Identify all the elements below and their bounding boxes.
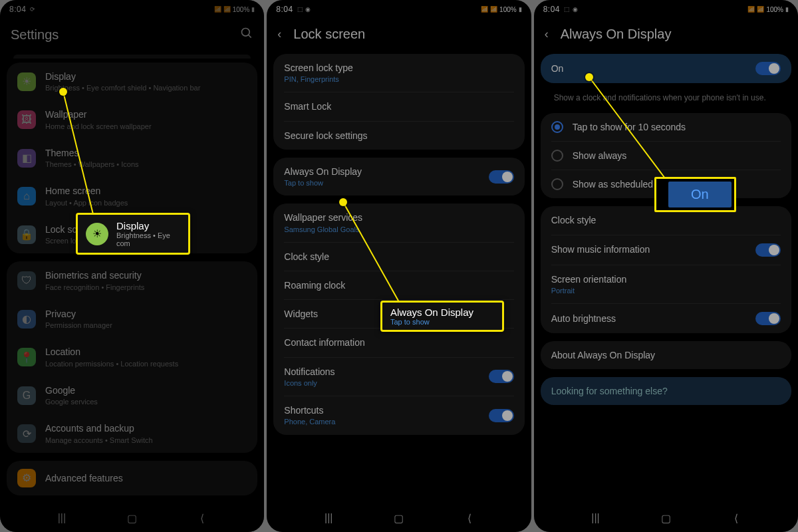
aod-on-row[interactable]: On bbox=[541, 54, 791, 83]
page-title: Lock screen bbox=[293, 27, 365, 42]
radio-icon bbox=[551, 178, 563, 190]
callout-aod-sub: Tap to show bbox=[390, 318, 473, 326]
status-time: 8:04 bbox=[9, 5, 26, 14]
nav-recent-icon[interactable]: ||| bbox=[321, 511, 336, 525]
page-title: Settings bbox=[11, 27, 59, 43]
settings-item-advanced[interactable]: ⚙ Advanced features bbox=[7, 461, 257, 495]
shield-icon: 🛡 bbox=[17, 271, 36, 290]
item-roaming-clock[interactable]: Roaming clock bbox=[273, 271, 524, 299]
radio-show-always[interactable]: Show always bbox=[541, 142, 791, 170]
settings-group-2: 🛡 Biometrics and securityFace recognitio… bbox=[7, 261, 257, 452]
title-bar: Settings bbox=[0, 16, 264, 55]
nav-home-icon[interactable]: ▢ bbox=[392, 511, 406, 525]
settings-item-google[interactable]: G GoogleGoogle services bbox=[7, 376, 257, 414]
annotation-dot-1 bbox=[59, 88, 67, 96]
advanced-icon: ⚙ bbox=[17, 469, 36, 487]
item-clock-style[interactable]: Clock style bbox=[273, 243, 524, 271]
nav-recent-icon[interactable]: ||| bbox=[55, 511, 69, 525]
annotation-dot-3 bbox=[585, 73, 593, 81]
settings-item-accounts[interactable]: ⟳ Accounts and backupManage accounts • S… bbox=[7, 414, 257, 452]
shortcuts-toggle[interactable] bbox=[489, 409, 514, 422]
accounts-icon: ⟳ bbox=[17, 424, 36, 443]
brightness-toggle[interactable] bbox=[755, 312, 781, 325]
nav-home-icon[interactable]: ▢ bbox=[658, 511, 673, 525]
radio-icon bbox=[551, 121, 563, 133]
callout-display: ☀ Display Brightness • Eye com bbox=[76, 213, 190, 255]
phone-settings: 8:04⟳ 📶📶100%▮ Settings ☀ DisplayBrightne… bbox=[0, 0, 264, 532]
callout-display-sub: Brightness • Eye com bbox=[116, 231, 180, 247]
phone-lock-screen: 8:04⬚ ◉ 📶📶100%▮ ‹ Lock screen Screen loc… bbox=[267, 0, 531, 532]
back-icon[interactable]: ‹ bbox=[545, 27, 549, 41]
item-notifications[interactable]: NotificationsIcons only bbox=[273, 358, 524, 396]
item-always-on-display[interactable]: Always On DisplayTap to show bbox=[273, 158, 524, 196]
settings-item-display[interactable]: ☀ DisplayBrightness • Eye comfort shield… bbox=[7, 63, 257, 100]
item-screen-orientation[interactable]: Screen orientationPortrait bbox=[541, 265, 791, 303]
title-bar: ‹ Lock screen bbox=[267, 16, 531, 54]
nav-recent-icon[interactable]: ||| bbox=[589, 511, 603, 525]
back-icon[interactable]: ‹ bbox=[277, 27, 281, 41]
status-bar: 8:04⬚ ◉ 📶📶100%▮ bbox=[534, 0, 798, 16]
display-icon: ☀ bbox=[17, 72, 36, 91]
settings-item-location[interactable]: 📍 LocationLocation permissions • Locatio… bbox=[7, 338, 257, 376]
item-screen-lock-type[interactable]: Screen lock typePIN, Fingerprints bbox=[273, 54, 524, 92]
item-about-aod[interactable]: About Always On Display bbox=[541, 341, 791, 369]
radio-icon bbox=[551, 150, 563, 162]
aod-on-label: On bbox=[551, 63, 746, 74]
footer-link[interactable]: Looking for something else? bbox=[541, 377, 791, 405]
settings-item-privacy[interactable]: ◐ PrivacyPermission manager bbox=[7, 300, 257, 338]
aod-list[interactable]: On Show a clock and notifications when y… bbox=[534, 54, 798, 503]
group-lock-type: Screen lock typePIN, Fingerprints Smart … bbox=[273, 54, 524, 150]
status-time: 8:04 bbox=[276, 5, 293, 14]
aod-toggle[interactable] bbox=[489, 170, 514, 184]
item-shortcuts[interactable]: ShortcutsPhone, Camera bbox=[273, 396, 524, 434]
item-music-info[interactable]: Show music information bbox=[541, 235, 791, 265]
callout-aod-title: Always On Display bbox=[390, 307, 473, 318]
settings-item-biometrics[interactable]: 🛡 Biometrics and securityFace recognitio… bbox=[7, 261, 257, 299]
status-bar: 8:04⟳ 📶📶100%▮ bbox=[0, 0, 264, 16]
privacy-icon: ◐ bbox=[17, 310, 36, 329]
svg-line-1 bbox=[249, 35, 251, 38]
status-bar: 8:04⬚ ◉ 📶📶100%▮ bbox=[267, 0, 531, 16]
item-auto-brightness[interactable]: Auto brightness bbox=[541, 304, 791, 333]
nav-bar: ||| ▢ ⟨ bbox=[0, 503, 264, 532]
svg-point-0 bbox=[242, 29, 250, 37]
settings-item-wallpaper[interactable]: 🖼 WallpaperHome and lock screen wallpape… bbox=[7, 100, 257, 138]
music-toggle[interactable] bbox=[755, 243, 781, 257]
group-aod-options: Clock style Show music information Scree… bbox=[541, 206, 791, 333]
item-wallpaper-services[interactable]: Wallpaper servicesSamsung Global Goals bbox=[273, 203, 524, 241]
nav-back-icon[interactable]: ⟨ bbox=[195, 511, 209, 525]
status-battery: 100% bbox=[766, 6, 783, 13]
title-bar: ‹ Always On Display bbox=[534, 16, 798, 54]
item-contact-info[interactable]: Contact information bbox=[273, 329, 524, 356]
nav-back-icon[interactable]: ⟨ bbox=[729, 511, 743, 525]
nav-home-icon[interactable]: ▢ bbox=[125, 511, 140, 525]
status-battery: 100% bbox=[499, 6, 517, 13]
themes-icon: ◧ bbox=[17, 149, 36, 168]
group-about: About Always On Display bbox=[541, 341, 791, 369]
status-battery: 100% bbox=[233, 6, 250, 13]
lock-screen-list[interactable]: Screen lock typePIN, Fingerprints Smart … bbox=[267, 54, 531, 503]
callout-display-title: Display bbox=[116, 220, 180, 231]
status-time: 8:04 bbox=[543, 5, 560, 14]
home-icon: ⌂ bbox=[17, 187, 36, 205]
settings-item-home-screen[interactable]: ⌂ Home screenLayout • App icon badges bbox=[7, 177, 257, 215]
nav-back-icon[interactable]: ⟨ bbox=[462, 511, 477, 525]
radio-tap-to-show[interactable]: Tap to show for 10 seconds bbox=[541, 113, 791, 141]
item-secure-lock[interactable]: Secure lock settings bbox=[273, 122, 524, 150]
settings-list[interactable]: ☀ DisplayBrightness • Eye comfort shield… bbox=[0, 55, 264, 503]
callout-display-icon: ☀ bbox=[86, 223, 108, 245]
phone-aod: 8:04⬚ ◉ 📶📶100%▮ ‹ Always On Display On S… bbox=[534, 0, 798, 532]
callout-on-label: On bbox=[668, 182, 732, 207]
nav-bar: ||| ▢ ⟨ bbox=[267, 503, 531, 532]
callout-aod: Always On Display Tap to show bbox=[380, 301, 504, 332]
location-icon: 📍 bbox=[17, 348, 36, 366]
callout-on-badge: On bbox=[654, 177, 736, 212]
notifications-toggle[interactable] bbox=[489, 370, 514, 383]
settings-item-themes[interactable]: ◧ ThemesThemes • Wallpapers • Icons bbox=[7, 139, 257, 177]
search-icon[interactable] bbox=[240, 27, 253, 43]
status-indicator-icon: ⟳ bbox=[30, 6, 36, 13]
aod-master-toggle[interactable] bbox=[755, 62, 781, 75]
item-smart-lock[interactable]: Smart Lock bbox=[273, 92, 524, 120]
wallpaper-icon: 🖼 bbox=[17, 110, 36, 129]
group-footer: Looking for something else? bbox=[541, 377, 791, 405]
